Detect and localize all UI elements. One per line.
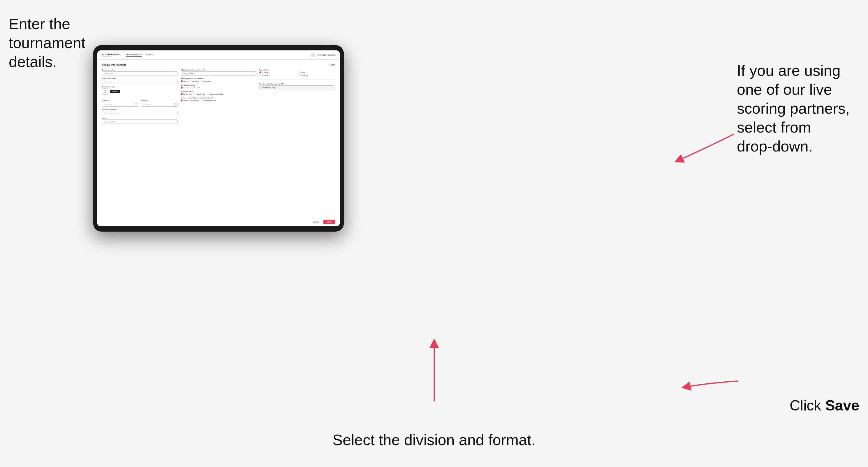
tag-close[interactable]: ×: [276, 87, 277, 89]
tournament-logo-group: Tournament logo Upload: [102, 86, 178, 95]
gender-womens[interactable]: Womens: [189, 80, 199, 82]
annotation-bottomright: Click Save: [789, 397, 859, 415]
rounds-3[interactable]: 3: [191, 87, 195, 89]
teams-plus-individuals[interactable]: Teams (+Individuals): [181, 99, 199, 101]
third-party-input[interactable]: Leaderboard King ×: [259, 85, 335, 90]
cancel-button[interactable]: Cancel: [311, 220, 322, 224]
third-party-group: Use third-party live scoring API? Leader…: [259, 83, 335, 90]
radio-r3: [191, 87, 193, 89]
sponsor-input[interactable]: Enter sponsor name: [102, 111, 178, 115]
division-label: Which division is the event for?: [181, 69, 256, 71]
radio-mens: [181, 80, 183, 82]
svg-rect-7: [174, 103, 176, 105]
form-col-2: Which division is the event for? NCAA Di…: [181, 69, 256, 211]
gender-combined[interactable]: Combined: [200, 80, 211, 82]
tournament-host-group: Tournament Host Search team: [102, 69, 178, 75]
arrow-topright: [670, 131, 740, 166]
save-button[interactable]: Save: [323, 220, 335, 224]
rounds-label: Number of rounds: [181, 84, 256, 86]
divider: [259, 80, 335, 80]
gender-group: Which gender is the event for? Mens Wome…: [181, 78, 256, 82]
gender-label: Which gender is the event for?: [181, 78, 256, 80]
division-group: Which division is the event for? NCAA Di…: [181, 69, 256, 76]
division-select[interactable]: NCAA Division I: [181, 71, 256, 76]
radio-stroke: [181, 93, 183, 95]
scoring-group: Scoring system Stroke Play Match Play: [181, 91, 256, 95]
navbar-right: Test User | Sign out: [311, 53, 335, 57]
end-date-group: End date Pick a date: [141, 97, 178, 106]
svg-point-2: [104, 91, 105, 91]
scoring-radio-group: Stroke Play Match Play Medal Match Play: [181, 93, 256, 95]
annotation-topleft: Enter the tournament details.: [9, 14, 108, 71]
logo-upload-row: Upload: [102, 88, 178, 95]
radio-teams: [181, 99, 183, 101]
brand-subtitle: Powered by clippit: [102, 56, 120, 57]
gender-mens[interactable]: Mens: [181, 80, 188, 82]
teams-radio-group: Teams (+Individuals) Individuals Only: [181, 99, 256, 101]
page-title: Create Tournament: [102, 63, 126, 66]
rounds-4[interactable]: 4: [197, 87, 200, 89]
venue-label: Venue: [102, 117, 178, 119]
gender-radio-group: Mens Womens Combined: [181, 80, 256, 82]
tournament-host-input[interactable]: Search team: [102, 71, 178, 75]
format-group: Format type 5 count 4 Other: [259, 69, 335, 76]
format-label: Format type: [259, 69, 335, 71]
user-info: Test User | Sign out: [317, 54, 335, 56]
tournament-name-input[interactable]: Enter name: [102, 80, 178, 84]
date-row: Start date Pick a date End date Pick a d…: [102, 97, 178, 106]
logo-preview: [102, 88, 108, 95]
teams-individuals-only[interactable]: Individuals Only: [201, 99, 216, 101]
scoring-medal-match[interactable]: Medal Match Play: [207, 93, 223, 95]
start-date-input[interactable]: Pick a date: [102, 102, 139, 106]
tournament-name-group: Tournament name Enter name: [102, 77, 178, 84]
radio-match: [194, 93, 196, 95]
venue-select[interactable]: Search golf club: [102, 119, 178, 124]
back-link[interactable]: < Back: [329, 64, 335, 66]
end-date-input[interactable]: Pick a date: [141, 102, 178, 106]
brand-title: SCOREBOARD: [102, 53, 120, 56]
click-label: Click: [789, 397, 825, 414]
format-6count5[interactable]: 6 count 5: [298, 74, 335, 76]
radio-r4: [197, 87, 199, 89]
teams-group: Is this event for Teams and/or Individua…: [181, 97, 256, 101]
radio-6c4: [259, 74, 261, 76]
rounds-radio-group: 1 2 3 4: [181, 87, 256, 89]
venue-group: Venue Search golf club: [102, 117, 178, 124]
third-party-label: Use third-party live scoring API?: [259, 83, 335, 85]
radio-r1: [181, 87, 183, 89]
sponsor-label: Sponsor (optional): [102, 109, 178, 111]
navbar: SCOREBOARD Powered by clippit TOURNAMENT…: [97, 51, 340, 60]
nav-teams[interactable]: TEAMS: [146, 53, 153, 57]
radio-medal: [207, 93, 209, 95]
tablet-device: SCOREBOARD Powered by clippit TOURNAMENT…: [93, 45, 344, 231]
rounds-1[interactable]: 1: [181, 87, 184, 89]
scoring-match[interactable]: Match Play: [194, 93, 206, 95]
sponsor-group: Sponsor (optional) Enter sponsor name: [102, 109, 178, 115]
teams-label: Is this event for Teams and/or Individua…: [181, 97, 256, 99]
form-col-3: Format type 5 count 4 Other: [259, 69, 335, 211]
annotation-topright: If you are using one of our live scoring…: [737, 61, 859, 156]
radio-5c4: [259, 71, 261, 73]
page-header: Create Tournament < Back: [102, 63, 335, 66]
scoring-stroke[interactable]: Stroke Play: [181, 93, 192, 95]
scoring-label: Scoring system: [181, 91, 256, 92]
format-6count4[interactable]: 6 count 4: [259, 74, 297, 76]
svg-rect-3: [135, 103, 137, 105]
radio-individuals: [201, 99, 203, 101]
format-other[interactable]: Other: [298, 71, 335, 73]
navbar-links: TOURNAMENTS TEAMS: [126, 53, 311, 57]
format-5count4[interactable]: 5 count 4: [259, 71, 297, 73]
form-col-1: Tournament Host Search team Tournament n…: [102, 69, 178, 211]
user-avatar: [311, 53, 315, 57]
arrow-save: [677, 372, 741, 393]
nav-tournaments[interactable]: TOURNAMENTS: [126, 53, 142, 57]
form-layout: Tournament Host Search team Tournament n…: [102, 69, 335, 211]
radio-6c5: [298, 74, 300, 76]
radio-womens: [189, 80, 191, 82]
end-date-label: End date: [141, 99, 148, 101]
upload-button[interactable]: Upload: [110, 90, 120, 93]
navbar-brand: SCOREBOARD Powered by clippit: [102, 53, 120, 57]
radio-other: [298, 71, 300, 73]
annotation-bottom: Select the division and format.: [333, 431, 535, 449]
rounds-2[interactable]: 2: [186, 87, 189, 89]
